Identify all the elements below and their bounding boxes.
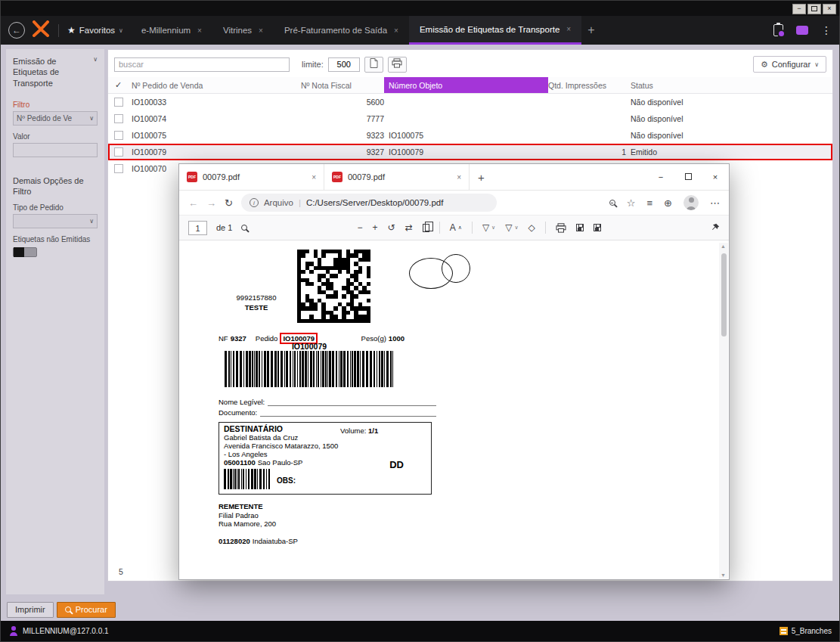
highlighter-icon[interactable]: ▽∨ bbox=[505, 222, 518, 233]
tab-pre-faturamento[interactable]: Pré-Faturamento de Saída × bbox=[274, 16, 409, 45]
nav-forward-icon[interactable]: → bbox=[206, 197, 216, 209]
pdf-viewer-window: PDF 00079.pdf × PDF 00079.pdf × + − × ← … bbox=[178, 163, 730, 580]
scroll-down-icon[interactable]: ▼ bbox=[721, 572, 726, 578]
table-row[interactable]: IO100074 7777 Não disponível bbox=[108, 110, 832, 127]
filtro-label: Filtro bbox=[13, 101, 98, 109]
row-checkbox[interactable] bbox=[114, 98, 123, 107]
cell-status: Não disponível bbox=[626, 131, 832, 140]
settings-more-icon[interactable]: ⋯ bbox=[710, 197, 720, 209]
header-nota-fiscal[interactable]: Nº Nota Fiscal bbox=[301, 77, 384, 93]
print-icon[interactable] bbox=[556, 223, 566, 233]
destinatario-endereco: Avenida Francisco Matarazzo, 1500 bbox=[224, 442, 426, 450]
cell-status: Não disponível bbox=[626, 114, 832, 123]
chevron-down-icon: ∨ bbox=[514, 225, 518, 231]
tab-vitrines[interactable]: Vitrines × bbox=[212, 16, 274, 45]
tab-close-icon[interactable]: × bbox=[566, 25, 571, 33]
find-in-document-icon[interactable] bbox=[241, 225, 247, 231]
table-row[interactable]: IO100075 9323 IO100075 Não disponível bbox=[108, 127, 832, 144]
read-aloud-icon[interactable]: A∧ bbox=[450, 222, 462, 233]
print-button[interactable] bbox=[388, 57, 407, 73]
window-maximize-button[interactable] bbox=[807, 4, 821, 14]
sidebar-section-header[interactable]: Emissão de Etiquetas de Transporte ∨ bbox=[13, 56, 98, 88]
refresh-icon[interactable]: ↻ bbox=[225, 197, 233, 209]
pin-toolbar-icon[interactable] bbox=[711, 223, 720, 232]
address-bar[interactable]: i Arquivo | C:/Users/Server/Desktop/0007… bbox=[241, 194, 497, 212]
browser-tab-1[interactable]: PDF 00079.pdf × bbox=[179, 164, 324, 190]
tab-close-icon[interactable]: × bbox=[197, 26, 202, 35]
tab-label: Pré-Faturamento de Saída bbox=[284, 26, 387, 35]
limite-input[interactable] bbox=[328, 57, 360, 72]
header-qtd-impressoes[interactable]: Qtd. Impressões bbox=[548, 77, 626, 93]
etiquetas-toggle[interactable] bbox=[13, 247, 37, 257]
row-checkbox[interactable] bbox=[114, 164, 123, 173]
address-scheme: Arquivo bbox=[264, 198, 293, 207]
row-checkbox[interactable] bbox=[114, 114, 123, 123]
objeto-number: IO100079 bbox=[219, 342, 400, 351]
nav-back-icon[interactable]: ← bbox=[188, 197, 198, 209]
window-minimize-button[interactable]: − bbox=[792, 4, 806, 14]
tab-close-icon[interactable]: × bbox=[259, 26, 263, 35]
imprimir-button[interactable]: Imprimir bbox=[7, 602, 54, 618]
limite-label: limite: bbox=[302, 60, 324, 69]
favoritos-menu[interactable]: ★ Favoritos ∨ bbox=[67, 25, 123, 36]
pdf-window-close-button[interactable]: × bbox=[702, 172, 729, 181]
pdf-window-maximize-button[interactable] bbox=[674, 172, 702, 181]
browser-tab-2[interactable]: PDF 00079.pdf × bbox=[324, 164, 470, 190]
cell-objeto: IO100075 bbox=[384, 131, 548, 140]
procurar-button[interactable]: Procurar bbox=[57, 602, 116, 618]
new-tab-button[interactable]: + bbox=[478, 171, 485, 184]
pdf-window-minimize-button[interactable]: − bbox=[647, 172, 674, 181]
window-close-button[interactable]: × bbox=[823, 4, 836, 14]
configurar-button[interactable]: ⚙ Configurar ∨ bbox=[753, 56, 826, 73]
tab-close-icon[interactable]: × bbox=[457, 173, 461, 181]
zoom-out-icon[interactable] bbox=[609, 200, 615, 206]
valor-input[interactable] bbox=[13, 143, 98, 157]
rotate-icon[interactable]: ↺ bbox=[388, 222, 395, 233]
tab-emissao-etiquetas[interactable]: Emissão de Etiquetas de Transporte × bbox=[409, 16, 581, 45]
tab-close-icon[interactable]: × bbox=[312, 173, 316, 181]
header-status[interactable]: Status bbox=[626, 77, 832, 93]
scroll-up-icon[interactable]: ▲ bbox=[721, 243, 726, 249]
document-button[interactable] bbox=[364, 57, 383, 73]
tab-close-icon[interactable]: × bbox=[394, 26, 398, 35]
row-checkbox[interactable] bbox=[114, 131, 123, 140]
fit-width-icon[interactable]: ⇄ bbox=[405, 222, 413, 233]
table-row-selected[interactable]: IO100079 9327 IO100079 1 Emitido bbox=[108, 144, 832, 160]
tasks-clipboard-icon[interactable] bbox=[773, 24, 783, 36]
page-number-input[interactable]: 1 bbox=[188, 221, 207, 235]
scrollbar-thumb[interactable] bbox=[721, 253, 727, 337]
page-view-icon[interactable] bbox=[423, 224, 429, 232]
select-all-check-icon[interactable]: ✓ bbox=[115, 80, 122, 90]
search-input[interactable] bbox=[114, 57, 290, 72]
table-row[interactable]: IO100033 5600 Não disponível bbox=[108, 94, 832, 110]
save-as-icon[interactable] bbox=[594, 224, 601, 231]
filtro-select[interactable]: Nº Pedido de Ve ∨ bbox=[13, 111, 98, 126]
menu-dots-icon[interactable]: ⋮ bbox=[821, 24, 832, 36]
document-icon bbox=[370, 57, 378, 71]
tipo-pedido-select[interactable]: ∨ bbox=[13, 214, 98, 228]
chat-icon[interactable] bbox=[796, 26, 808, 35]
tab-e-millennium[interactable]: e-Millennium × bbox=[131, 16, 212, 45]
save-icon[interactable] bbox=[576, 224, 584, 231]
zoom-in-button[interactable]: + bbox=[373, 222, 378, 233]
back-button[interactable]: ← bbox=[8, 22, 25, 39]
header-pedido[interactable]: Nº Pedido de Venda bbox=[129, 77, 301, 93]
star-icon: ★ bbox=[67, 25, 76, 36]
new-tab-button[interactable]: + bbox=[587, 23, 594, 37]
draw-pen-icon[interactable]: ▽∨ bbox=[482, 222, 495, 233]
documento-label: Documento: bbox=[219, 408, 257, 417]
file-info-icon[interactable]: i bbox=[250, 198, 259, 207]
eraser-icon[interactable]: ◇ bbox=[528, 222, 535, 233]
profile-avatar[interactable] bbox=[683, 195, 699, 210]
header-numero-objeto[interactable]: Número Objeto bbox=[384, 77, 548, 93]
scrollbar[interactable]: ▲ ▼ bbox=[719, 243, 728, 578]
row-checkbox[interactable] bbox=[114, 147, 123, 157]
page-total-label: de 1 bbox=[216, 223, 232, 232]
browser-navbar: ← → ↻ i Arquivo | C:/Users/Server/Deskto… bbox=[179, 191, 729, 216]
row-count: 5 bbox=[119, 567, 123, 576]
collections-icon[interactable]: ≡ bbox=[647, 197, 653, 209]
browser-essentials-icon[interactable]: ⊕ bbox=[664, 197, 672, 209]
favorites-star-icon[interactable]: ☆ bbox=[627, 197, 636, 209]
zoom-out-button[interactable]: − bbox=[358, 222, 363, 233]
app-tabbar: ← ★ Favoritos ∨ e-Millennium × Vitrines … bbox=[1, 16, 839, 45]
